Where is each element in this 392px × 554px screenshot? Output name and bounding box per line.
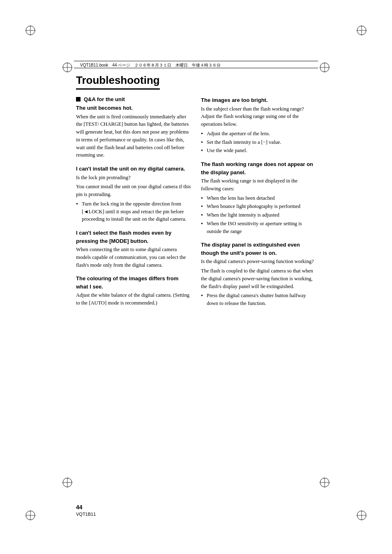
bullet-iso-sensitivity: When the ISO sensitivity or aperture set…	[201, 220, 316, 235]
section-display-extinguished-body1: Is the digital camera's power-saving fun…	[201, 258, 316, 265]
section-images-bright-bullets: Adjust the aperture of the lens. Set the…	[201, 130, 316, 155]
reg-mark-tr	[356, 25, 367, 36]
two-column-layout: Q&A for the unit The unit becomes hot. W…	[76, 96, 316, 309]
section-cant-install-bullets: Turn the lock ring in the opposite direc…	[76, 200, 191, 223]
section-cant-select-flash-heading: I can't select the flash modes even by p…	[76, 229, 191, 245]
section-flash-range-bullets: When the lens has been detached When bou…	[201, 194, 316, 235]
header-bottom-rule	[74, 68, 318, 68]
page-code: VQT1B11	[76, 512, 96, 517]
left-column: Q&A for the unit The unit becomes hot. W…	[76, 96, 191, 309]
reg-mark-inner-tr	[319, 62, 330, 73]
section-cant-install-heading: I can't install the unit on my digital c…	[76, 165, 191, 173]
section-images-bright-heading: The images are too bright.	[201, 96, 316, 104]
section-flash-range-heading: The flash working range does not appear …	[201, 160, 316, 176]
reg-mark-tl	[25, 25, 36, 36]
page-number-area: 44 VQT1B11	[76, 504, 96, 517]
reg-mark-inner-br	[319, 477, 330, 488]
black-square-icon	[76, 97, 81, 102]
bullet-set-intensity: Set the flash intensity to a [−] value.	[201, 138, 316, 146]
section-flash-range-body: The flash working range is not displayed…	[201, 177, 316, 193]
reg-mark-bl	[25, 510, 36, 521]
bullet-lock-ring: Turn the lock ring in the opposite direc…	[76, 200, 191, 223]
section-cant-install-body1: Is the lock pin protruding?	[76, 174, 191, 182]
section-cant-select-flash: I can't select the flash modes even by p…	[76, 229, 191, 269]
section-images-bright-body: Is the subject closer than the flash wor…	[201, 105, 316, 128]
page-wrapper: VQT1B11.book 44 ページ ２０６年８月３１日 木曜日 午後４時３６…	[0, 0, 392, 554]
page-title: Troubleshooting	[76, 74, 160, 90]
right-column: The images are too bright. Is the subjec…	[201, 96, 316, 309]
header-text: VQT1B11.book 44 ページ ２０６年８月３１日 木曜日 午後４時３６…	[80, 62, 221, 68]
section-unit-hot-body: When the unit is fired continuously imme…	[76, 113, 191, 159]
bullet-use-wide-panel: Use the wide panel.	[201, 147, 316, 155]
reg-mark-inner-bl	[62, 477, 73, 488]
section-colouring-heading: The colouring of the images differs from…	[76, 275, 191, 291]
bullet-bounce-light: When bounce light photography is perform…	[201, 203, 316, 210]
section-display-extinguished-bullets: Press the digital camera's shutter butto…	[201, 292, 316, 307]
section-cant-install-body2: You cannot install the unit on your digi…	[76, 183, 191, 199]
bullet-lens-detached: When the lens has been detached	[201, 194, 316, 202]
section-display-extinguished-heading: The display panel is extinguished even t…	[201, 241, 316, 257]
bullet-press-shutter: Press the digital camera's shutter butto…	[201, 292, 316, 307]
content-area: Troubleshooting Q&A for the unit The uni…	[76, 74, 316, 505]
page-number: 44	[76, 504, 83, 510]
section-images-bright: The images are too bright. Is the subjec…	[201, 96, 316, 155]
section-unit-hot: The unit becomes hot. When the unit is f…	[76, 104, 191, 159]
section-unit-hot-heading: The unit becomes hot.	[76, 104, 191, 112]
section-colouring-body: Adjust the white balance of the digital …	[76, 291, 191, 307]
qa-label: Q&A for the unit	[76, 96, 191, 102]
reg-mark-inner-tl	[62, 62, 73, 73]
bullet-adjust-aperture: Adjust the aperture of the lens.	[201, 130, 316, 138]
section-display-extinguished-body2: The flash is coupled to the digital came…	[201, 267, 316, 290]
section-cant-select-flash-body: When connecting the unit to some digital…	[76, 246, 191, 269]
section-colouring: The colouring of the images differs from…	[76, 275, 191, 307]
section-flash-range: The flash working range does not appear …	[201, 160, 316, 235]
reg-mark-br	[356, 510, 367, 521]
bullet-light-intensity: When the light intensity is adjusted	[201, 211, 316, 219]
header-top-rule	[74, 61, 318, 61]
section-cant-install: I can't install the unit on my digital c…	[76, 165, 191, 223]
section-display-extinguished: The display panel is extinguished even t…	[201, 241, 316, 307]
